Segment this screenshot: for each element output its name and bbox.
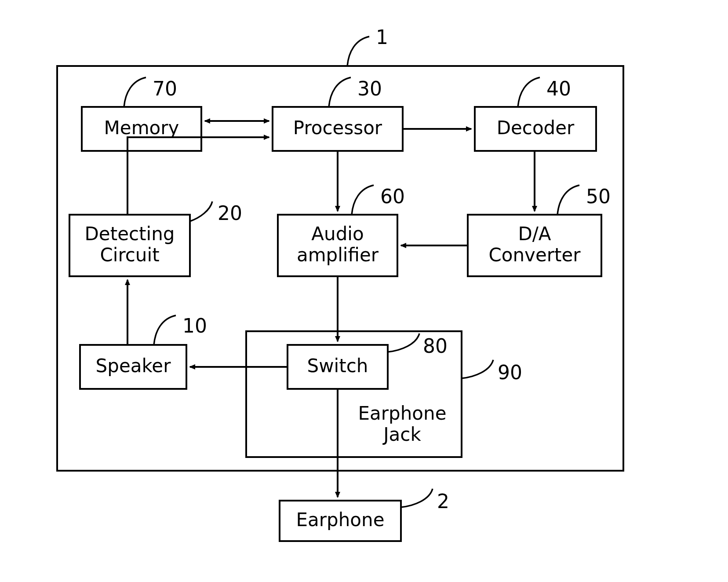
ref-detecting: 20 — [218, 202, 242, 224]
label-processor: Processor — [293, 117, 382, 139]
block-audio-amplifier: Audio amplifier 60 — [278, 185, 405, 276]
block-processor: Processor 30 — [273, 77, 403, 151]
block-diagram: 1 Memory 70 Processor 30 Decoder 40 Dete… — [0, 0, 728, 582]
ref-speaker: 10 — [182, 315, 207, 337]
ref-memory: 70 — [153, 77, 177, 100]
ref-switch: 80 — [423, 335, 448, 357]
label-jack2: Jack — [382, 424, 421, 445]
label-dac2: Converter — [488, 244, 581, 266]
ref-earphone: 2 — [437, 490, 449, 512]
leader-detecting — [190, 201, 212, 221]
block-memory: Memory 70 — [82, 77, 201, 151]
leader-decoder — [518, 77, 540, 107]
label-speaker: Speaker — [96, 355, 171, 377]
leader-processor — [329, 77, 351, 107]
label-detecting2: Circuit — [100, 244, 159, 266]
leader-outer — [347, 37, 369, 66]
label-dac1: D/A — [518, 223, 551, 245]
label-earphone: Earphone — [296, 509, 385, 531]
label-detecting1: Detecting — [85, 223, 175, 245]
leader-earphone — [401, 489, 433, 507]
ref-processor: 30 — [357, 77, 382, 100]
leader-speaker — [154, 315, 176, 345]
block-da-converter: D/A Converter 50 — [468, 185, 611, 276]
label-audio1: Audio — [311, 223, 364, 245]
block-decoder: Decoder 40 — [475, 77, 596, 151]
block-speaker: Speaker 10 — [80, 315, 207, 389]
ref-audio: 60 — [380, 185, 405, 208]
leader-dac — [557, 185, 579, 215]
ref-decoder: 40 — [546, 77, 571, 100]
leader-memory — [124, 77, 146, 107]
leader-audio — [352, 185, 374, 215]
label-decoder: Decoder — [497, 117, 575, 139]
ref-jack: 90 — [498, 361, 522, 384]
label-switch: Switch — [307, 355, 368, 377]
ref-dac: 50 — [586, 185, 611, 208]
leader-jack — [462, 360, 493, 378]
block-earphone: Earphone 2 — [280, 489, 449, 541]
label-jack1: Earphone — [358, 403, 447, 424]
label-audio2: amplifier — [297, 244, 379, 266]
block-detecting-circuit: Detecting Circuit 20 — [69, 201, 242, 276]
ref-outer: 1 — [376, 26, 388, 48]
label-memory: Memory — [104, 117, 179, 139]
